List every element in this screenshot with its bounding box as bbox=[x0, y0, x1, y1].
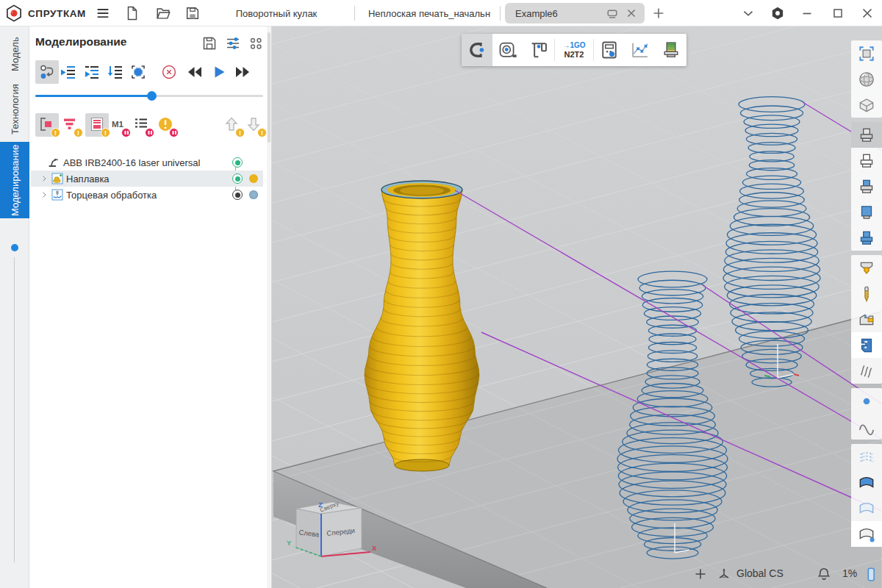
new-document-icon bbox=[124, 5, 140, 21]
project-tab-2[interactable]: Неплоская печать_начальн bbox=[363, 0, 495, 26]
panel-scrollbar[interactable] bbox=[267, 26, 271, 588]
drill-bit-icon bbox=[857, 284, 876, 304]
new-project-button[interactable] bbox=[122, 3, 143, 24]
sphere-icon bbox=[857, 70, 876, 89]
viewport-3d-scene[interactable]: Сверху Слева Спереди Z X Y bbox=[272, 26, 882, 588]
part-blue-square-icon bbox=[857, 203, 876, 222]
display-fixture-button[interactable] bbox=[851, 173, 882, 199]
stock-box-icon bbox=[857, 96, 876, 115]
status-dot-stipple bbox=[249, 190, 258, 199]
cs-label[interactable]: Global CS bbox=[736, 567, 784, 579]
status-dot-yellow bbox=[249, 174, 258, 183]
maximize-button[interactable] bbox=[828, 3, 848, 24]
tab-separator bbox=[500, 6, 501, 21]
gear-icon bbox=[770, 5, 786, 21]
caliper-button[interactable] bbox=[523, 34, 554, 66]
maximize-icon bbox=[830, 5, 846, 21]
display-surface-edges-button[interactable] bbox=[851, 521, 882, 547]
graphs-button[interactable] bbox=[625, 34, 656, 66]
hamburger-icon bbox=[95, 5, 111, 21]
measure-tape-button[interactable] bbox=[492, 34, 523, 66]
view-sphere-button[interactable] bbox=[851, 66, 882, 92]
stock-box-button[interactable] bbox=[851, 92, 882, 118]
calculator-button[interactable] bbox=[594, 34, 625, 66]
tree-item-operation-facing[interactable]: Торцевая обработка bbox=[31, 187, 263, 203]
tab-technology[interactable]: Технология bbox=[0, 82, 29, 137]
progress-percent: 1% bbox=[842, 567, 857, 579]
coordinate-system-button[interactable] bbox=[714, 564, 734, 584]
cs-tripod-icon bbox=[716, 566, 732, 582]
tree-item-machine[interactable]: ABB IRB2400-16 laser universal bbox=[31, 154, 263, 171]
machine-blue-icon bbox=[857, 336, 876, 355]
viewport-toolbar: →1GO N2T2 bbox=[462, 34, 686, 66]
minimize-button[interactable] bbox=[797, 3, 817, 24]
save-project-button[interactable] bbox=[182, 3, 203, 24]
display-points-button[interactable] bbox=[851, 388, 882, 414]
title-bar: СПРУТКАМ Поворотный кулак Неплоская печа… bbox=[0, 0, 882, 26]
expand-chevron-icon[interactable] bbox=[40, 190, 49, 199]
select-frame-button[interactable] bbox=[851, 40, 882, 66]
settings-gear-button[interactable] bbox=[767, 3, 788, 24]
point-icon bbox=[857, 392, 876, 411]
selection-frame-icon bbox=[857, 44, 876, 63]
plus-icon bbox=[650, 5, 667, 21]
display-curves-button[interactable] bbox=[851, 414, 882, 440]
tab-separator bbox=[354, 6, 355, 21]
open-folder-icon bbox=[155, 5, 171, 21]
calculator-icon bbox=[599, 40, 620, 60]
rail-slider-handle[interactable] bbox=[11, 244, 18, 251]
display-surface-transparent-button[interactable] bbox=[851, 495, 882, 521]
viewport-3d: Сверху Слева Спереди Z X Y →1GO N2T2 bbox=[272, 26, 882, 588]
visibility-indicator[interactable] bbox=[232, 190, 243, 200]
plus-icon bbox=[692, 566, 709, 582]
new-tab-button[interactable] bbox=[648, 3, 669, 24]
app-name: СПРУТКАМ bbox=[28, 0, 86, 26]
window-menu-chevron[interactable] bbox=[738, 3, 759, 24]
minimize-icon bbox=[799, 5, 815, 21]
tab-simulation[interactable]: Моделирование bbox=[0, 142, 29, 218]
display-tool-holder-button[interactable] bbox=[851, 255, 882, 281]
display-result-button[interactable] bbox=[851, 225, 882, 251]
bell-icon bbox=[816, 566, 832, 582]
part-gray-icon bbox=[857, 126, 876, 145]
caliper-icon bbox=[528, 40, 549, 60]
magnet-icon bbox=[467, 40, 487, 60]
part-blue-stack-icon bbox=[857, 229, 876, 248]
snap-magnet-button[interactable] bbox=[462, 34, 492, 66]
display-workpiece-button[interactable] bbox=[851, 148, 882, 173]
display-stock-button[interactable] bbox=[851, 199, 882, 225]
display-machine-button[interactable] bbox=[851, 332, 882, 358]
progress-battery-button[interactable] bbox=[861, 564, 881, 584]
gcode-view-button[interactable]: →1GO N2T2 bbox=[555, 34, 593, 66]
print-3d-button[interactable] bbox=[656, 34, 686, 66]
add-cs-button[interactable] bbox=[691, 564, 710, 584]
visibility-indicator[interactable] bbox=[232, 157, 243, 168]
simulation-screen-icon[interactable] bbox=[605, 6, 620, 21]
display-toolpath-button[interactable] bbox=[851, 358, 882, 384]
scrollbar-thumb[interactable] bbox=[268, 32, 270, 143]
part-blue-gray-icon bbox=[857, 177, 876, 196]
project-tab-1[interactable]: Поворотный кулак bbox=[215, 0, 338, 26]
y-axis-label: Y bbox=[287, 539, 292, 547]
expand-chevron-icon[interactable] bbox=[40, 174, 49, 183]
display-part-button[interactable] bbox=[851, 122, 882, 148]
app-logo-icon bbox=[4, 4, 24, 23]
display-surface-shaded-button[interactable] bbox=[851, 470, 882, 495]
mode-rail: Модель Технология Моделирование bbox=[0, 26, 29, 588]
project-tab-active[interactable]: Example6 bbox=[505, 3, 645, 24]
display-tool-button[interactable] bbox=[851, 281, 882, 306]
close-window-button[interactable] bbox=[857, 3, 878, 24]
battery-icon bbox=[863, 566, 879, 582]
x-axis-label: X bbox=[372, 544, 377, 552]
tab-model[interactable]: Модель bbox=[0, 34, 29, 75]
main-menu-button[interactable] bbox=[93, 3, 113, 24]
notifications-button[interactable] bbox=[814, 564, 833, 584]
viewport-status-bar: Global CS 1% bbox=[272, 564, 882, 585]
display-mesh-button[interactable] bbox=[851, 444, 882, 470]
close-tab-icon[interactable] bbox=[624, 6, 639, 21]
open-project-button[interactable] bbox=[153, 3, 173, 24]
facing-operation-icon bbox=[51, 189, 63, 201]
tree-item-operation-cladding[interactable]: Наплавка bbox=[31, 171, 263, 187]
visibility-indicator[interactable] bbox=[232, 173, 243, 184]
display-machine-head-button[interactable] bbox=[851, 306, 882, 332]
